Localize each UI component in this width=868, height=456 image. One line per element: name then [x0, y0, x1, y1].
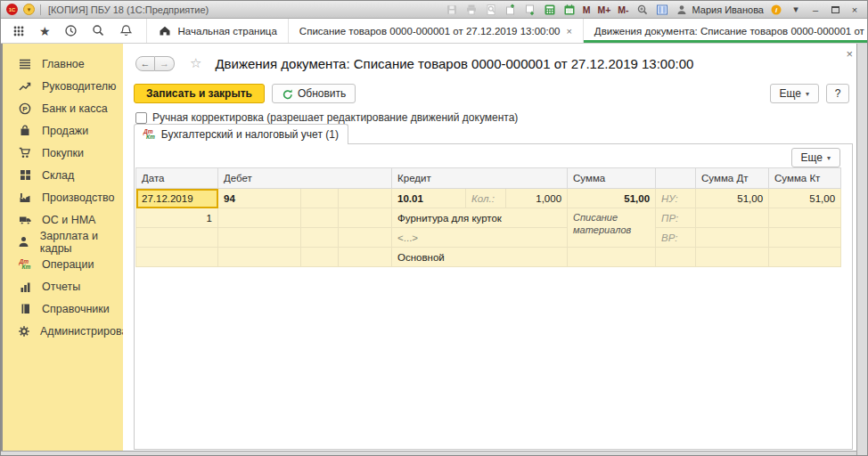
cell-empty[interactable] [769, 228, 841, 248]
cell-sum-kt[interactable]: 51,00 [769, 189, 841, 208]
notifications-bell-icon[interactable] [119, 24, 134, 38]
cell-sum[interactable]: 51,00 [568, 189, 656, 208]
print-preview-icon[interactable] [484, 3, 498, 17]
col-header-sum[interactable]: Сумма [568, 168, 656, 189]
send-icon[interactable] [504, 3, 518, 17]
sidebar-item-bank-cash[interactable]: Р Банк и касса [3, 97, 123, 119]
cell-debit-account[interactable]: 94 [218, 189, 301, 208]
cell-empty[interactable] [656, 248, 696, 267]
memory-m-plus-button[interactable]: M+ [596, 4, 611, 15]
history-icon[interactable] [64, 24, 78, 38]
favorite-star-icon[interactable]: ☆ [190, 55, 201, 71]
cell-credit-ref[interactable]: <...> [392, 228, 568, 248]
tab-home[interactable]: Начальная страница [146, 19, 288, 43]
table-more-button[interactable]: Еще ▾ [791, 148, 840, 167]
search-icon[interactable] [92, 24, 106, 38]
layout-columns-icon[interactable] [655, 3, 669, 17]
sidebar-item-directories[interactable]: Справочники [3, 297, 123, 320]
sidebar-item-warehouse[interactable]: Склад [3, 164, 123, 186]
cell-empty[interactable] [339, 228, 392, 248]
close-tab-icon[interactable]: × [566, 26, 571, 37]
cell-empty[interactable] [339, 189, 392, 208]
sidebar-item-sales[interactable]: Продажи [3, 119, 123, 142]
sidebar-item-label: Банк и касса [42, 102, 108, 115]
col-header-sum-dt[interactable]: Сумма Дт [696, 168, 769, 189]
1c-logo-icon[interactable]: 1С [6, 4, 18, 15]
sidebar-item-reports[interactable]: Отчеты [3, 275, 123, 297]
forward-button[interactable]: → [155, 56, 175, 71]
current-user[interactable]: Мария Иванова [675, 3, 764, 17]
refresh-button[interactable]: Обновить [272, 84, 356, 103]
sidebar-item-payroll-hr[interactable]: Зарплата и кадры [3, 231, 123, 253]
cell-empty[interactable] [301, 248, 339, 267]
more-button[interactable]: Еще ▾ [770, 84, 819, 103]
cell-empty[interactable] [301, 189, 339, 208]
close-window-button[interactable]: × [848, 4, 862, 15]
cell-empty[interactable] [218, 248, 301, 267]
window-right-border [856, 44, 867, 455]
cell-empty[interactable] [696, 248, 769, 267]
cell-empty[interactable] [339, 248, 392, 267]
sidebar-item-operations[interactable]: ДтКт Операции [3, 253, 123, 275]
help-button[interactable]: ? [826, 84, 849, 103]
cell-empty[interactable] [218, 208, 301, 228]
close-form-icon[interactable]: × [846, 47, 853, 61]
cell-empty[interactable] [568, 248, 656, 267]
calendar-icon[interactable] [562, 3, 577, 17]
cell-empty[interactable] [696, 228, 769, 248]
cell-credit-item[interactable]: Фурнитура для курток [392, 208, 568, 228]
system-menu-caret-icon[interactable]: ▾ [23, 4, 35, 15]
cell-empty[interactable] [136, 228, 218, 248]
cell-line-number[interactable]: 1 [136, 208, 218, 228]
cell-empty[interactable] [696, 208, 769, 228]
tab-accounting-register[interactable]: ДтКт Бухгалтерский и налоговый учет (1) [134, 124, 348, 144]
col-header-sum-kt[interactable]: Сумма Кт [769, 168, 841, 189]
cell-empty[interactable] [301, 228, 339, 248]
cell-credit-warehouse[interactable]: Основной [392, 248, 568, 267]
col-header-debit[interactable]: Дебет [218, 168, 392, 189]
cell-empty[interactable] [301, 208, 339, 228]
all-functions-grid-icon[interactable] [12, 24, 26, 38]
form-area: ← → ☆ Движения документа: Списание товар… [123, 44, 856, 451]
titlebar-caret-icon[interactable]: ▾ [789, 4, 803, 15]
zoom-icon[interactable] [635, 3, 650, 17]
save-icon[interactable] [445, 3, 459, 17]
info-icon[interactable]: i [769, 3, 783, 17]
tab-goods-writeoff[interactable]: Списание товаров 0000-000001 от 27.12.20… [288, 19, 583, 43]
calculator-icon[interactable] [543, 3, 557, 17]
cell-qty[interactable]: 1,000 [506, 189, 568, 208]
cell-empty[interactable] [769, 208, 841, 228]
tab-document-movements[interactable]: Движения документа: Списание товаров 000… [583, 19, 868, 43]
sidebar-item-label: Главное [42, 58, 85, 70]
cell-empty[interactable] [339, 208, 392, 228]
memory-m-button[interactable]: M [582, 4, 592, 15]
sidebar-item-administration[interactable]: Администрирование [3, 320, 123, 342]
sidebar-item-purchases[interactable]: Покупки [3, 142, 123, 164]
manual-adjustment-checkbox[interactable] [135, 112, 147, 124]
cell-sum-note[interactable]: Списание материалов [568, 208, 656, 248]
receive-icon[interactable] [523, 3, 537, 17]
sidebar-item-main[interactable]: Главное [3, 53, 123, 75]
sidebar-item-production[interactable]: Производство [3, 186, 123, 208]
sidebar-item-label: Руководителю [42, 80, 116, 93]
print-icon[interactable] [464, 3, 479, 17]
back-button[interactable]: ← [135, 56, 155, 71]
cell-credit-account[interactable]: 10.01 [392, 189, 466, 208]
cell-empty[interactable] [769, 248, 841, 267]
col-header-credit[interactable]: Кредит [392, 168, 568, 189]
maximize-button[interactable] [828, 4, 842, 15]
minimize-button[interactable]: – [808, 4, 823, 15]
gear-icon [18, 325, 30, 338]
chevron-down-icon: ▾ [806, 90, 809, 98]
cell-sum-dt[interactable]: 51,00 [696, 189, 769, 208]
sidebar-item-fixed-assets[interactable]: ОС и НМА [3, 208, 123, 231]
col-header-date[interactable]: Дата [136, 168, 218, 189]
favorites-star-icon[interactable]: ★ [39, 25, 51, 37]
refresh-label: Обновить [298, 87, 346, 100]
cell-empty[interactable] [218, 228, 301, 248]
cell-date-selected[interactable]: 27.12.2019 [136, 189, 218, 208]
memory-m-minus-button[interactable]: M- [617, 4, 629, 15]
save-and-close-button[interactable]: Записать и закрыть [134, 84, 265, 103]
sidebar-item-manager[interactable]: Руководителю [3, 75, 123, 97]
cell-empty[interactable] [136, 248, 218, 267]
